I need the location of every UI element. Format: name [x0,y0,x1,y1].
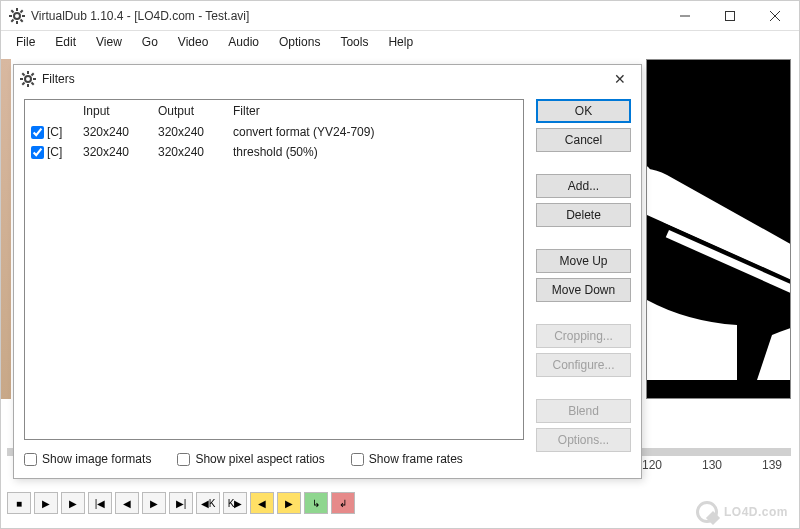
menu-audio[interactable]: Audio [219,33,268,51]
filter-name: threshold (50%) [227,143,523,161]
svg-line-25 [32,73,34,75]
menu-file[interactable]: File [7,33,44,51]
left-scrollbar[interactable] [1,59,11,399]
gear-icon [20,71,36,87]
filter-output: 320x240 [152,123,227,141]
ok-button[interactable]: OK [536,99,631,123]
cropping-button: Cropping... [536,324,631,348]
menu-go[interactable]: Go [133,33,167,51]
svg-point-0 [14,13,20,19]
filter-row[interactable]: [C] 320x240 320x240 threshold (50%) [25,142,523,162]
filter-enable-checkbox[interactable] [31,126,44,139]
dialog-title: Filters [42,72,605,86]
watermark: LO4D.com [696,501,788,523]
step-back-button[interactable]: ◀ [115,492,139,514]
minimize-button[interactable] [662,2,707,30]
step-fwd-button[interactable]: ▶ [142,492,166,514]
scene-fwd-button[interactable]: ▶ [277,492,301,514]
dialog-footer: Show image formats Show pixel aspect rat… [24,448,526,470]
menu-edit[interactable]: Edit [46,33,85,51]
mark-out-button[interactable]: ↲ [331,492,355,514]
menubar: File Edit View Go Video Audio Options To… [1,31,799,53]
svg-line-6 [21,19,23,21]
move-up-button[interactable]: Move Up [536,249,631,273]
video-preview [646,59,791,399]
svg-rect-10 [725,11,734,20]
close-button[interactable] [752,2,797,30]
move-down-button[interactable]: Move Down [536,278,631,302]
play-input-button[interactable]: ▶ [34,492,58,514]
transport-controls: ■ ▶ ▶ |◀ ◀ ▶ ▶| ◀K K▶ ◀ ▶ ↳ ↲ [7,490,355,516]
filters-dialog: Filters ✕ Input Output Filter [C] 320x24… [13,64,642,479]
show-pixel-aspect-label: Show pixel aspect ratios [195,452,324,466]
menu-options[interactable]: Options [270,33,329,51]
filter-enable-checkbox[interactable] [31,146,44,159]
titlebar: VirtualDub 1.10.4 - [LO4D.com - Test.avi… [1,1,799,31]
dialog-button-column: OK Cancel Add... Delete Move Up Move Dow… [536,99,631,452]
show-pixel-aspect[interactable]: Show pixel aspect ratios [177,452,324,466]
menu-video[interactable]: Video [169,33,217,51]
show-frame-rates-label: Show frame rates [369,452,463,466]
svg-line-23 [32,83,34,85]
cancel-button[interactable]: Cancel [536,128,631,152]
filter-list-header: Input Output Filter [25,100,523,122]
filter-output: 320x240 [152,143,227,161]
col-output[interactable]: Output [152,100,227,122]
filter-name: convert format (YV24-709) [227,123,523,141]
filter-tag: [C] [47,125,62,139]
stop-button[interactable]: ■ [7,492,31,514]
dialog-titlebar: Filters ✕ [14,65,641,93]
watermark-text: LO4D.com [724,505,788,519]
window-title: VirtualDub 1.10.4 - [LO4D.com - Test.avi… [31,9,662,23]
blend-button: Blend [536,399,631,423]
filter-input: 320x240 [77,123,152,141]
filter-row[interactable]: [C] 320x240 320x240 convert format (YV24… [25,122,523,142]
filter-tag: [C] [47,145,62,159]
col-input[interactable]: Input [77,100,152,122]
key-next-button[interactable]: K▶ [223,492,247,514]
show-image-formats[interactable]: Show image formats [24,452,151,466]
filter-list[interactable]: Input Output Filter [C] 320x240 320x240 … [24,99,524,440]
svg-point-17 [25,76,31,82]
menu-tools[interactable]: Tools [331,33,377,51]
svg-line-24 [22,83,24,85]
show-image-formats-checkbox[interactable] [24,453,37,466]
svg-line-8 [21,10,23,12]
add-button[interactable]: Add... [536,174,631,198]
show-frame-rates[interactable]: Show frame rates [351,452,463,466]
app-icon [9,8,25,24]
options-button: Options... [536,428,631,452]
goto-end-button[interactable]: ▶| [169,492,193,514]
tick: 130 [697,458,727,478]
scene-rev-button[interactable]: ◀ [250,492,274,514]
watermark-icon [696,501,718,523]
svg-line-22 [22,73,24,75]
dialog-close-button[interactable]: ✕ [605,67,635,91]
menu-view[interactable]: View [87,33,131,51]
svg-line-5 [11,10,13,12]
maximize-button[interactable] [707,2,752,30]
play-output-button[interactable]: ▶ [61,492,85,514]
show-frame-rates-checkbox[interactable] [351,453,364,466]
show-pixel-aspect-checkbox[interactable] [177,453,190,466]
goto-start-button[interactable]: |◀ [88,492,112,514]
show-image-formats-label: Show image formats [42,452,151,466]
mark-in-button[interactable]: ↳ [304,492,328,514]
key-prev-button[interactable]: ◀K [196,492,220,514]
menu-help[interactable]: Help [379,33,422,51]
filter-input: 320x240 [77,143,152,161]
col-filter[interactable]: Filter [227,100,523,122]
tick: 139 [757,458,787,478]
delete-button[interactable]: Delete [536,203,631,227]
dialog-body: Input Output Filter [C] 320x240 320x240 … [24,99,631,440]
svg-line-7 [11,19,13,21]
configure-button: Configure... [536,353,631,377]
